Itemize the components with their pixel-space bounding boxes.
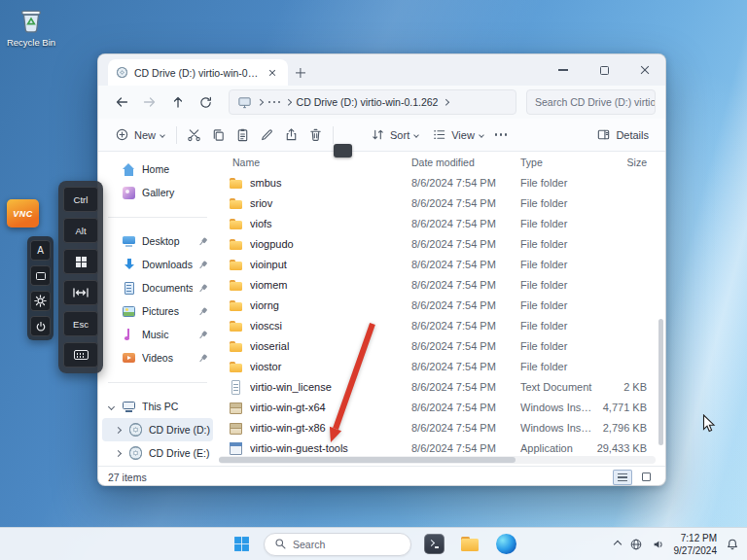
forward-button[interactable]: [136, 89, 162, 116]
window-controls: [543, 54, 665, 86]
pin-icon: [196, 329, 209, 341]
maximize-button[interactable]: [584, 54, 624, 86]
sidebar-item-home[interactable]: Home: [102, 158, 213, 181]
sort-button[interactable]: Sort: [364, 122, 425, 148]
vnc-key-esc[interactable]: Esc: [63, 311, 98, 336]
delete-button[interactable]: [303, 122, 328, 148]
details-button[interactable]: Details: [589, 122, 656, 148]
vnc-key-win[interactable]: [63, 249, 98, 274]
column-header-name[interactable]: Name: [232, 152, 260, 173]
volume-icon[interactable]: [652, 538, 665, 551]
file-icon: [229, 339, 243, 354]
file-name: sriov: [250, 193, 406, 214]
scrollbar-thumb[interactable]: [219, 457, 516, 463]
titlebar[interactable]: CD Drive (D:) virtio-win-0.1.262: [98, 54, 665, 86]
chevron-icon[interactable]: [108, 402, 115, 409]
app-icon-file-explorer[interactable]: [456, 531, 483, 558]
sidebar-item-documents[interactable]: Documents: [102, 276, 213, 299]
back-button[interactable]: [108, 89, 134, 116]
file-row-viostor[interactable]: viostor 8/6/2024 7:54 PM File folder: [217, 357, 665, 377]
vnc-key-keyboard[interactable]: [63, 342, 98, 368]
refresh-button[interactable]: [193, 89, 219, 116]
vnc-key-fit[interactable]: [63, 280, 98, 305]
copy-button[interactable]: [206, 122, 231, 148]
vnc-logo[interactable]: VNC: [7, 199, 39, 228]
sidebar-item-pictures[interactable]: Pictures: [102, 299, 213, 323]
file-row-viorng[interactable]: viorng 8/6/2024 7:54 PM File folder: [217, 296, 665, 316]
details-button-label: Details: [616, 129, 649, 141]
file-row-smbus[interactable]: smbus 8/6/2024 7:54 PM File folder: [217, 173, 665, 193]
breadcrumb-ellipsis-icon[interactable]: [273, 101, 276, 104]
sidebar-item-icon: [122, 351, 136, 366]
sidebar-item-desktop[interactable]: Desktop: [102, 229, 213, 253]
app-icon-edge[interactable]: [492, 531, 519, 558]
vnc-logo-text: VNC: [13, 209, 33, 219]
vertical-scrollbar[interactable]: [658, 173, 664, 454]
sidebar-item-cd-drive-d-vir[interactable]: CD Drive (D:) vir: [102, 418, 213, 441]
column-header-type[interactable]: Type: [520, 152, 543, 173]
file-row-viogpudo[interactable]: viogpudo 8/6/2024 7:54 PM File folder: [217, 234, 665, 255]
app-icon-terminal[interactable]: [420, 531, 447, 558]
cd-drive-icon: [116, 66, 128, 79]
tab-close-button[interactable]: [265, 65, 280, 81]
details-view-button[interactable]: [613, 470, 632, 485]
see-more-button[interactable]: [490, 122, 513, 148]
cut-button[interactable]: [182, 122, 206, 148]
notification-bell-icon[interactable]: [726, 538, 739, 551]
file-row-viofs[interactable]: viofs 8/6/2024 7:54 PM File folder: [217, 214, 665, 234]
paste-button[interactable]: [231, 122, 255, 148]
vnc-power-button[interactable]: [30, 316, 51, 336]
file-row-vioinput[interactable]: vioinput 8/6/2024 7:54 PM File folder: [217, 255, 665, 275]
network-icon[interactable]: [629, 538, 643, 551]
address-bar[interactable]: CD Drive (D:) virtio-win-0.1.262: [229, 89, 516, 115]
share-button[interactable]: [279, 122, 303, 148]
chevron-icon[interactable]: [115, 449, 122, 456]
explorer-tab[interactable]: CD Drive (D:) virtio-win-0.1.262: [108, 59, 288, 86]
rename-button[interactable]: [255, 122, 279, 148]
column-header-size[interactable]: Size: [594, 152, 647, 173]
back-icon: [114, 94, 129, 110]
start-button[interactable]: [228, 531, 255, 558]
horizontal-scrollbar[interactable]: [219, 456, 656, 464]
sidebar-item-cd-drive-e-sss[interactable]: CD Drive (E:) SSS: [102, 441, 213, 465]
thumbnail-view-button[interactable]: [636, 470, 656, 485]
file-row-sriov[interactable]: sriov 8/6/2024 7:54 PM File folder: [217, 193, 665, 214]
sidebar-item-icon: [122, 162, 136, 177]
recycle-bin[interactable]: Recycle Bin: [8, 6, 54, 48]
sidebar-item-gallery[interactable]: Gallery: [102, 181, 213, 204]
taskbar-search[interactable]: Search: [264, 533, 411, 556]
sidebar-item-this-pc[interactable]: This PC: [102, 395, 213, 418]
vnc-window-button[interactable]: [30, 265, 51, 286]
sidebar-item-videos[interactable]: Videos: [102, 346, 213, 369]
vnc-key-ctrl[interactable]: Ctrl: [63, 187, 98, 212]
minimize-button[interactable]: [543, 54, 584, 86]
file-row-virtio-win-license[interactable]: virtio-win_license 8/6/2024 7:54 PM Text…: [217, 377, 665, 398]
taskbar-clock[interactable]: 7:12 PM 9/27/2024: [674, 532, 718, 557]
vnc-key-alt[interactable]: Alt: [63, 218, 98, 243]
file-row-virtio-win-gt-x86[interactable]: virtio-win-gt-x86 8/6/2024 7:54 PM Windo…: [217, 418, 665, 438]
power-icon: [35, 321, 47, 332]
file-type: File folder: [520, 357, 592, 377]
chevron-icon[interactable]: [115, 426, 122, 433]
breadcrumb-current-location[interactable]: CD Drive (D:) virtio-win-0.1.262: [297, 96, 439, 108]
explorer-search-box[interactable]: Search CD Drive (D:) virtio: [526, 89, 656, 115]
vnc-key-a-button[interactable]: A: [30, 240, 51, 261]
file-row-vioserial[interactable]: vioserial 8/6/2024 7:54 PM File folder: [217, 336, 665, 357]
vnc-settings-button[interactable]: [30, 291, 51, 311]
column-header-modified[interactable]: Date modified: [411, 152, 475, 173]
copy-icon: [211, 127, 226, 142]
new-button[interactable]: New: [108, 122, 171, 148]
sidebar-item-music[interactable]: Music: [102, 323, 213, 346]
file-row-vioscsi[interactable]: vioscsi 8/6/2024 7:54 PM File folder: [217, 316, 665, 336]
scrollbar-thumb[interactable]: [658, 319, 663, 445]
file-row-viomem[interactable]: viomem 8/6/2024 7:54 PM File folder: [217, 275, 665, 296]
sidebar-item-downloads[interactable]: Downloads: [102, 253, 213, 276]
thumbnail-view-icon: [642, 472, 651, 481]
hidden-icons-chevron[interactable]: [613, 540, 621, 547]
up-button[interactable]: [164, 89, 191, 116]
sidebar-item-label: Documents: [142, 282, 193, 294]
close-button[interactable]: [624, 54, 665, 86]
new-tab-button[interactable]: [288, 59, 313, 86]
file-row-virtio-win-gt-x64[interactable]: virtio-win-gt-x64 8/6/2024 7:54 PM Windo…: [217, 398, 665, 418]
view-button[interactable]: View: [425, 122, 490, 148]
